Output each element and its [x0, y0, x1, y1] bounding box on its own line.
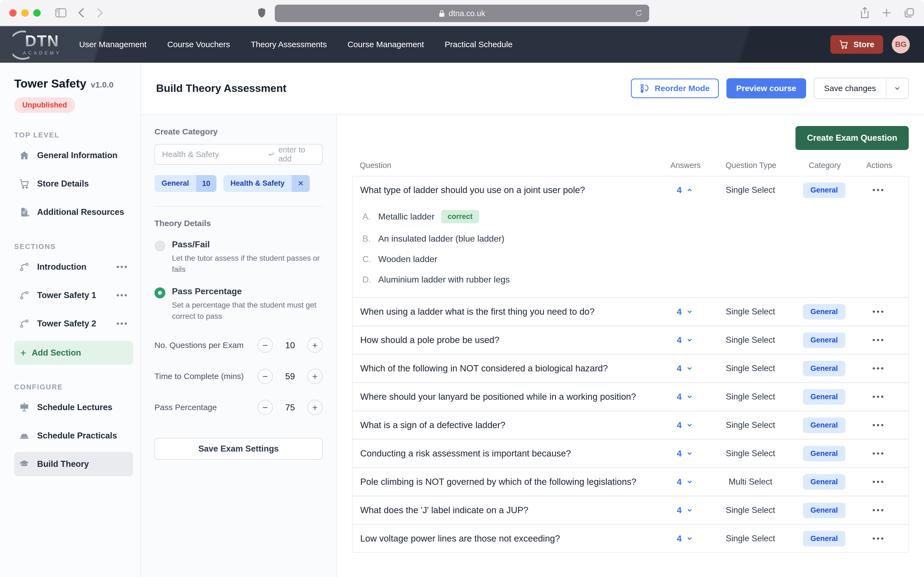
question-text: How should a pole probe be used?: [360, 334, 661, 346]
sidebar-item-additional-resources[interactable]: Additional Resources: [14, 200, 133, 224]
chevron-down-icon: [686, 535, 693, 542]
answers-toggle[interactable]: 4: [661, 477, 709, 487]
sidebar-toggle-icon[interactable]: [55, 8, 66, 18]
user-avatar[interactable]: BG: [892, 35, 910, 53]
add-section-button[interactable]: + Add Section: [14, 341, 133, 365]
increment-button[interactable]: +: [307, 400, 323, 415]
sidebar-item-tower-safety-2[interactable]: Tower Safety 2 •••: [14, 311, 133, 336]
decrement-button[interactable]: −: [258, 369, 273, 384]
nav-course-vouchers[interactable]: Course Vouchers: [167, 40, 230, 49]
row-actions-icon[interactable]: •••: [857, 335, 901, 345]
increment-button[interactable]: +: [307, 369, 323, 384]
row-actions-icon[interactable]: •••: [857, 392, 901, 401]
question-type: Single Select: [709, 335, 792, 345]
row-actions-icon[interactable]: •••: [857, 534, 901, 543]
category-badge: General: [803, 446, 846, 461]
pass-fail-radio[interactable]: [155, 240, 165, 251]
preview-label: Preview course: [736, 84, 796, 93]
store-button[interactable]: Store: [830, 35, 883, 54]
row-actions-icon[interactable]: •••: [857, 185, 901, 195]
answers-toggle[interactable]: 4: [661, 420, 709, 430]
sidebar-item-tower-safety-1[interactable]: Tower Safety 1 •••: [14, 283, 133, 308]
answer-option: C. Wooden ladder: [362, 249, 901, 269]
option-text: An insulated ladder (blue ladder): [378, 234, 504, 244]
column-actions: Actions: [858, 161, 901, 170]
decrement-button[interactable]: −: [258, 400, 273, 415]
question-type: Single Select: [709, 505, 792, 515]
nav-practical-schedule[interactable]: Practical Schedule: [445, 40, 512, 49]
nav-user-management[interactable]: User Management: [79, 40, 147, 49]
address-bar[interactable]: dtna.co.uk: [275, 5, 649, 22]
sidebar-item-schedule-practicals[interactable]: Schedule Practicals: [14, 424, 133, 448]
nav-course-management[interactable]: Course Management: [347, 40, 424, 49]
pass-percentage-option[interactable]: Pass Percentage Set a percentage that th…: [155, 286, 323, 322]
category-input-wrapper: enter to add: [155, 144, 323, 165]
save-changes-button[interactable]: Save changes: [814, 78, 886, 98]
sidebar-item-store-details[interactable]: Store Details: [14, 171, 133, 196]
answers-toggle[interactable]: 4: [661, 392, 709, 402]
column-question-type: Question Type: [710, 161, 792, 170]
enter-to-add-hint: enter to add: [267, 145, 315, 163]
refresh-icon[interactable]: [635, 9, 643, 19]
section-menu-icon[interactable]: •••: [116, 291, 128, 300]
create-exam-question-button[interactable]: Create Exam Question: [795, 126, 909, 150]
answer-option: D. Aluminium ladder with rubber legs: [362, 269, 901, 290]
back-button[interactable]: [78, 7, 85, 18]
remove-category-icon[interactable]: ✕: [292, 175, 310, 192]
row-actions-icon[interactable]: •••: [857, 307, 901, 316]
sidebar-item-general-information[interactable]: General Information: [14, 143, 133, 168]
tab-overview-icon[interactable]: [904, 7, 915, 18]
cart-icon: [839, 40, 848, 49]
save-exam-settings-button[interactable]: Save Exam Settings: [155, 438, 323, 460]
category-tag-health-safety[interactable]: Health & Safety ✕: [223, 175, 310, 192]
answer-option: B. An insulated ladder (blue ladder): [362, 229, 901, 249]
pass-fail-option[interactable]: Pass/Fail Let the tutor assess if the st…: [155, 239, 323, 275]
question-row: Which of the following in NOT considered…: [352, 355, 908, 382]
forward-button[interactable]: [96, 7, 103, 18]
zoom-window-button[interactable]: [33, 9, 40, 17]
answers-count: 4: [677, 448, 682, 459]
preview-course-button[interactable]: Preview course: [727, 78, 806, 98]
sidebar-item-schedule-lectures[interactable]: Schedule Lectures: [14, 395, 133, 420]
minimize-window-button[interactable]: [21, 9, 29, 17]
decrement-button[interactable]: −: [258, 338, 273, 353]
answers-count: 4: [677, 307, 682, 317]
answers-toggle[interactable]: 4: [661, 364, 709, 374]
increment-button[interactable]: +: [307, 338, 323, 353]
privacy-shield-icon[interactable]: [257, 8, 266, 19]
sidebar-item-introduction[interactable]: Introduction •••: [14, 255, 133, 279]
question-row: How should a pole probe be used? 4 Singl…: [352, 326, 908, 354]
close-window-button[interactable]: [9, 9, 17, 17]
question-type: Single Select: [709, 448, 792, 458]
row-actions-icon[interactable]: •••: [857, 477, 901, 487]
category-input[interactable]: [162, 150, 267, 159]
row-actions-icon[interactable]: •••: [857, 449, 901, 458]
category-tag-general[interactable]: General 10: [155, 175, 216, 192]
answers-toggle[interactable]: 4: [661, 185, 709, 195]
answers-toggle[interactable]: 4: [661, 505, 709, 516]
row-actions-icon[interactable]: •••: [857, 421, 901, 430]
answers-toggle[interactable]: 4: [661, 448, 709, 459]
reorder-mode-button[interactable]: Reorder Mode: [631, 79, 719, 98]
save-options-caret[interactable]: [886, 78, 908, 98]
row-actions-icon[interactable]: •••: [857, 364, 901, 373]
sidebar-item-build-theory[interactable]: Build Theory: [14, 452, 133, 476]
new-tab-icon[interactable]: [882, 8, 892, 18]
section-menu-icon[interactable]: •••: [116, 262, 128, 272]
browser-window: dtna.co.uk DTN ACADEMY User Management: [0, 0, 924, 577]
answers-count: 4: [677, 185, 682, 195]
section-menu-icon[interactable]: •••: [116, 319, 128, 328]
row-actions-icon[interactable]: •••: [857, 506, 901, 515]
question-row: When using a ladder what is the first th…: [352, 298, 908, 325]
answers-toggle[interactable]: 4: [661, 307, 709, 317]
chevron-down-icon: [686, 422, 693, 429]
answers-toggle[interactable]: 4: [661, 533, 709, 544]
dtn-academy-logo[interactable]: DTN ACADEMY: [13, 33, 61, 56]
question-text: What is a sign of a defective ladder?: [360, 419, 661, 431]
pass-percentage-radio[interactable]: [155, 287, 165, 298]
share-icon[interactable]: [860, 7, 869, 19]
nav-theory-assessments[interactable]: Theory Assessments: [251, 40, 327, 49]
answers-count: 4: [677, 420, 682, 430]
answers-toggle[interactable]: 4: [661, 335, 709, 345]
url-text: dtna.co.uk: [449, 9, 485, 18]
